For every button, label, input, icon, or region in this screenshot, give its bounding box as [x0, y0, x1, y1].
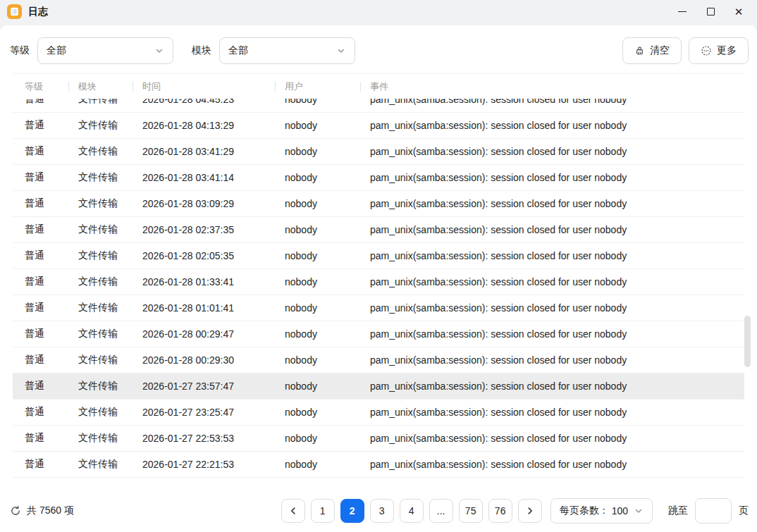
cell-module: 文件传输 [68, 276, 133, 288]
close-button[interactable]: ✕ [725, 2, 753, 22]
cell-time: 2026-01-28 03:41:14 [133, 172, 275, 183]
table-row[interactable]: 普通 文件传输 2026-01-28 00:29:47 nobody pam_u… [13, 321, 744, 347]
cell-module: 文件传输 [68, 171, 133, 184]
chevron-down-icon [154, 46, 164, 56]
cell-user: nobody [275, 224, 360, 235]
cell-user: nobody [275, 381, 360, 392]
cell-time: 2026-01-27 23:57:47 [133, 381, 275, 392]
cell-event: pam_unix(samba:session): session closed … [360, 328, 744, 340]
close-icon: ✕ [734, 6, 744, 18]
cell-event: pam_unix(samba:session): session closed … [360, 172, 744, 183]
page-button-75[interactable]: 75 [459, 499, 483, 523]
table-row[interactable]: 普通 文件传输 2026-01-28 01:01:41 nobody pam_u… [13, 295, 744, 321]
page-size-select[interactable]: 每页条数： 100 [550, 498, 653, 524]
page-ellipsis-button[interactable]: ... [429, 499, 453, 523]
cell-user: nobody [275, 354, 360, 366]
broom-icon [634, 46, 645, 56]
maximize-icon [707, 8, 715, 16]
cell-user: nobody [275, 250, 360, 261]
column-header-level: 等级 [13, 80, 68, 93]
cell-event: pam_unix(samba:session): session closed … [360, 433, 744, 444]
table-row[interactable]: 普通 文件传输 2026-01-28 03:41:29 nobody pam_u… [13, 139, 744, 165]
cell-user: nobody [275, 276, 360, 287]
page-button-3[interactable]: 3 [370, 499, 394, 523]
refresh-button[interactable] [10, 505, 21, 516]
cell-user: nobody [275, 172, 360, 183]
cell-module: 文件传输 [68, 249, 133, 262]
jump-page-input[interactable] [695, 498, 732, 524]
cell-module: 文件传输 [68, 197, 133, 210]
next-page-button[interactable] [518, 499, 542, 523]
cell-level: 普通 [13, 328, 68, 340]
column-header-module: 模块 [68, 80, 133, 93]
cell-module: 文件传输 [68, 458, 133, 471]
table-row[interactable]: 普通 文件传输 2026-01-28 03:41:14 nobody pam_u… [13, 165, 744, 191]
module-select-value: 全部 [228, 44, 248, 57]
table-row[interactable]: 普通 文件传输 2026-01-28 04:13:29 nobody pam_u… [13, 113, 744, 139]
column-header-time: 时间 [133, 80, 275, 93]
vertical-scrollbar-thumb[interactable] [744, 316, 751, 367]
page-button-2[interactable]: 2 [340, 499, 364, 523]
cell-user: nobody [275, 302, 360, 314]
table-row[interactable]: 普通 文件传输 2026-01-28 01:33:41 nobody pam_u… [13, 269, 744, 295]
window-title: 日志 [28, 6, 48, 18]
total-count: 共 7560 项 [27, 505, 74, 517]
level-select[interactable]: 全部 [37, 37, 173, 64]
table-row[interactable]: 普通 文件传输 2026-01-28 04:45:23 nobody pam_u… [13, 99, 744, 113]
cell-module: 文件传输 [68, 119, 133, 132]
table-row[interactable]: 普通 文件传输 2026-01-27 23:25:47 nobody pam_u… [13, 400, 744, 426]
cell-module: 文件传输 [68, 432, 133, 445]
cell-time: 2026-01-28 03:09:29 [133, 198, 275, 209]
more-button[interactable]: 更多 [689, 37, 749, 64]
cell-time: 2026-01-28 04:45:23 [133, 99, 275, 105]
cell-level: 普通 [13, 197, 68, 210]
cell-user: nobody [275, 120, 360, 131]
cell-time: 2026-01-27 22:53:53 [133, 433, 275, 444]
table-row[interactable]: 普通 文件传输 2026-01-28 00:29:30 nobody pam_u… [13, 347, 744, 373]
chevron-down-icon [634, 506, 644, 516]
log-app-icon [7, 4, 22, 19]
cell-module: 文件传输 [68, 328, 133, 340]
cell-event: pam_unix(samba:session): session closed … [360, 146, 744, 157]
page-button-76[interactable]: 76 [488, 499, 512, 523]
page-button-4[interactable]: 4 [400, 499, 424, 523]
level-select-value: 全部 [47, 44, 66, 57]
cell-time: 2026-01-28 01:01:41 [133, 302, 275, 314]
cell-user: nobody [275, 328, 360, 340]
minimize-button[interactable] [668, 2, 696, 22]
cell-level: 普通 [13, 223, 68, 236]
cell-user: nobody [275, 146, 360, 157]
module-select[interactable]: 全部 [219, 37, 355, 64]
page-button-1[interactable]: 1 [311, 499, 335, 523]
chevron-down-icon [336, 46, 346, 56]
page-size-label: 每页条数： [560, 505, 609, 517]
table-row[interactable]: 普通 文件传输 2026-01-27 22:53:53 nobody pam_u… [13, 426, 744, 452]
cell-time: 2026-01-28 02:05:35 [133, 250, 275, 261]
table-row[interactable]: 普通 文件传输 2026-01-28 03:09:29 nobody pam_u… [13, 191, 744, 217]
table-row[interactable]: 普通 文件传输 2026-01-27 22:21:53 nobody pam_u… [13, 452, 744, 478]
jump-label: 跳至 [668, 505, 688, 517]
cell-event: pam_unix(samba:session): session closed … [360, 99, 744, 105]
chevron-right-icon [525, 506, 535, 516]
ellipsis-circle-icon [701, 45, 712, 56]
cell-module: 文件传输 [68, 223, 133, 236]
cell-event: pam_unix(samba:session): session closed … [360, 250, 744, 261]
previous-page-button[interactable] [281, 499, 305, 523]
page-size-value: 100 [612, 505, 628, 516]
cell-user: nobody [275, 433, 360, 444]
table-row[interactable]: 普通 文件传输 2026-01-27 23:57:47 nobody pam_u… [13, 373, 744, 400]
table-row[interactable]: 普通 文件传输 2026-01-28 02:37:35 nobody pam_u… [13, 217, 744, 243]
cell-time: 2026-01-28 04:13:29 [133, 120, 275, 131]
cell-level: 普通 [13, 354, 68, 366]
cell-user: nobody [275, 198, 360, 209]
clear-button[interactable]: 清空 [622, 37, 682, 64]
cell-module: 文件传输 [68, 99, 133, 106]
cell-event: pam_unix(samba:session): session closed … [360, 198, 744, 209]
cell-module: 文件传输 [68, 145, 133, 158]
table-row[interactable]: 普通 文件传输 2026-01-28 02:05:35 nobody pam_u… [13, 243, 744, 269]
cell-level: 普通 [13, 119, 68, 132]
maximize-button[interactable] [696, 2, 725, 22]
cell-user: nobody [275, 99, 360, 105]
cell-event: pam_unix(samba:session): session closed … [360, 120, 744, 131]
cell-level: 普通 [13, 249, 68, 262]
